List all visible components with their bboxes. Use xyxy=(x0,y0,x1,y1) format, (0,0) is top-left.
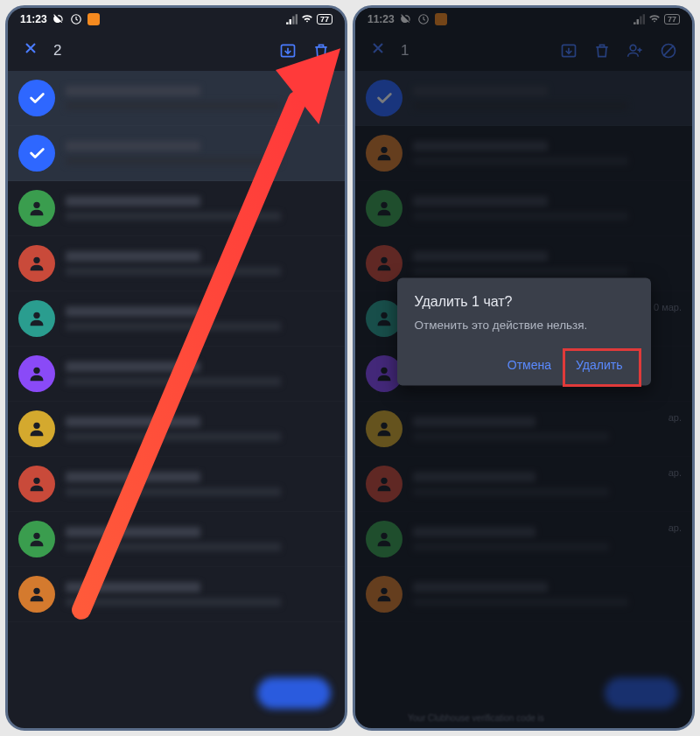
chat-preview-blur xyxy=(66,212,281,221)
svg-point-4 xyxy=(33,312,39,319)
chat-row[interactable] xyxy=(8,126,345,181)
avatar xyxy=(18,245,55,282)
svg-point-5 xyxy=(33,368,39,374)
chat-content xyxy=(66,472,334,496)
chat-content xyxy=(66,251,334,276)
phone-right: 11:23 77 1 xyxy=(353,5,695,731)
avatar xyxy=(18,576,55,613)
dialog-confirm-button[interactable]: Удалить xyxy=(565,351,633,379)
chat-row[interactable] xyxy=(8,512,345,567)
chat-list[interactable] xyxy=(8,71,345,728)
svg-point-8 xyxy=(33,533,39,539)
chat-preview-blur xyxy=(66,322,281,331)
signal-icon xyxy=(285,13,298,25)
svg-point-3 xyxy=(33,257,39,263)
chat-preview-blur xyxy=(66,267,281,276)
close-selection-button[interactable] xyxy=(17,36,45,66)
chat-row[interactable] xyxy=(8,457,345,512)
svg-point-6 xyxy=(33,423,39,429)
chat-preview-blur xyxy=(66,543,281,551)
chat-name-blur xyxy=(66,251,200,262)
chat-row[interactable] xyxy=(8,71,345,126)
chat-name-blur xyxy=(66,527,200,537)
delete-confirm-dialog: Удалить 1 чат? Отменить это действие нел… xyxy=(397,278,651,386)
chat-content xyxy=(66,141,334,165)
svg-point-7 xyxy=(33,478,39,484)
chat-preview-blur xyxy=(66,157,281,165)
avatar xyxy=(18,300,55,337)
chat-preview-blur xyxy=(66,377,281,386)
archive-button[interactable] xyxy=(273,36,303,66)
chat-content xyxy=(66,86,334,110)
chat-preview-blur xyxy=(66,102,281,110)
dialog-cancel-button[interactable]: Отмена xyxy=(497,351,562,379)
chat-name-blur xyxy=(66,361,200,372)
chat-content xyxy=(66,306,334,331)
chat-content xyxy=(66,196,334,221)
chat-content xyxy=(66,582,334,606)
status-time: 11:23 xyxy=(20,13,47,25)
chat-name-blur xyxy=(66,417,200,427)
compose-fab[interactable] xyxy=(257,677,331,709)
chat-row[interactable] xyxy=(8,291,345,347)
selected-check-icon xyxy=(18,80,55,116)
chat-content xyxy=(66,417,334,441)
avatar xyxy=(18,410,55,447)
selected-check-icon xyxy=(18,135,55,172)
svg-point-9 xyxy=(33,588,39,594)
avatar xyxy=(18,355,55,392)
chat-row[interactable] xyxy=(8,181,345,236)
svg-point-2 xyxy=(33,202,39,208)
alarm-off-icon xyxy=(52,13,65,25)
avatar xyxy=(18,190,55,227)
chat-name-blur xyxy=(66,582,200,592)
chat-preview-blur xyxy=(66,598,281,606)
battery-icon: 77 xyxy=(317,14,332,25)
chat-row[interactable] xyxy=(8,567,345,622)
wifi-icon xyxy=(301,13,313,25)
chat-preview-blur xyxy=(66,432,281,441)
avatar xyxy=(18,466,55,502)
clock-icon xyxy=(70,13,82,25)
chat-name-blur xyxy=(66,141,200,151)
chat-preview-blur xyxy=(66,487,281,496)
chat-row[interactable] xyxy=(8,402,345,457)
selection-toolbar: 2 xyxy=(8,31,345,71)
selection-count: 2 xyxy=(53,42,270,60)
dialog-message: Отменить это действие нельзя. xyxy=(415,319,634,332)
chat-row[interactable] xyxy=(8,236,345,291)
chat-name-blur xyxy=(66,472,200,482)
chat-name-blur xyxy=(66,306,200,317)
chat-row[interactable] xyxy=(8,347,345,402)
app-icon xyxy=(88,13,100,25)
dialog-title: Удалить 1 чат? xyxy=(415,294,634,310)
chat-content xyxy=(66,361,334,386)
delete-button[interactable] xyxy=(306,36,336,66)
phone-left: 11:23 77 2 xyxy=(5,5,347,731)
chat-name-blur xyxy=(66,86,200,96)
avatar xyxy=(18,521,55,557)
chat-content xyxy=(66,527,334,551)
chat-name-blur xyxy=(66,196,200,207)
status-bar: 11:23 77 xyxy=(8,8,345,31)
